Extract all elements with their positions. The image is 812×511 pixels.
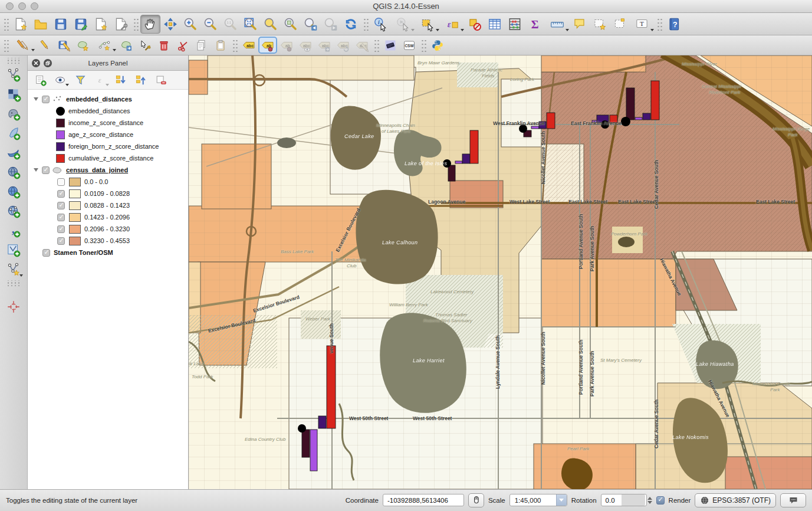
- select-by-expression-button[interactable]: ε: [440, 15, 465, 34]
- legend-item-row[interactable]: 0.2096 - 0.3230: [28, 223, 188, 235]
- node-tool-button[interactable]: [136, 37, 154, 54]
- composer-manager-button[interactable]: [111, 15, 131, 34]
- class-visibility-checkbox[interactable]: [57, 225, 65, 233]
- expand-all-button[interactable]: [112, 72, 130, 89]
- mouse-position-toggle-button[interactable]: [468, 493, 484, 507]
- legend-item-row[interactable]: 0.0828 - 0.1423: [28, 199, 188, 211]
- class-visibility-checkbox[interactable]: [57, 178, 65, 186]
- pan-map-button[interactable]: [140, 15, 160, 34]
- layer-group-row[interactable]: embedded_distances: [28, 93, 188, 105]
- legend-item-row[interactable]: 0.1423 - 0.2096: [28, 211, 188, 223]
- add-circular-string-button[interactable]: [92, 37, 117, 54]
- scale-combobox[interactable]: 1:45,000: [509, 494, 567, 506]
- new-bookmark-button[interactable]: [590, 15, 610, 34]
- add-delimited-text-layer-button[interactable]: ,: [4, 221, 24, 240]
- legend-item-row[interactable]: income_z_score_distance: [28, 117, 188, 129]
- legend-item-row[interactable]: 0.3230 - 0.4553: [28, 235, 188, 247]
- close-window-button[interactable]: [6, 2, 14, 10]
- add-vector-layer-button[interactable]: [4, 65, 24, 84]
- layer-group-row[interactable]: Stamen Toner/OSM: [28, 247, 188, 258]
- class-visibility-checkbox[interactable]: [57, 237, 65, 245]
- panel-float-icon[interactable]: [44, 59, 52, 67]
- zoom-last-button[interactable]: [301, 15, 321, 34]
- legend-item-row[interactable]: age_z_score_distance: [28, 129, 188, 140]
- manage-visibility-button[interactable]: [52, 72, 70, 89]
- new-shapefile-layer-button[interactable]: [4, 260, 24, 279]
- map-canvas[interactable]: Bryn Mawr GardensParade AthleticFieldsLo…: [189, 55, 812, 489]
- layer-visibility-checkbox[interactable]: [42, 96, 50, 103]
- add-group-button[interactable]: [32, 72, 50, 89]
- add-wfs-layer-button[interactable]: [4, 201, 24, 221]
- layer-name[interactable]: census_data_joined: [66, 166, 128, 173]
- class-visibility-checkbox[interactable]: [57, 214, 65, 221]
- new-print-composer-button[interactable]: [91, 15, 111, 34]
- zoom-to-selection-button[interactable]: [261, 15, 281, 34]
- add-oracle-layer-button[interactable]: [4, 162, 24, 182]
- copy-features-button[interactable]: [192, 37, 211, 54]
- layer-visibility-checkbox[interactable]: [42, 166, 50, 174]
- add-raster-layer-button[interactable]: [4, 84, 24, 104]
- statistics-panel-button[interactable]: [505, 15, 525, 34]
- select-features-button[interactable]: [415, 15, 440, 34]
- title-bar[interactable]: QGIS 2.14.0-Essen: [0, 0, 812, 13]
- deselect-all-button[interactable]: [465, 15, 485, 34]
- zoom-full-button[interactable]: [241, 15, 261, 34]
- toggle-editing-button[interactable]: [35, 37, 54, 54]
- legend-item-row[interactable]: embedded_distances: [28, 105, 188, 117]
- plugin-dark-button[interactable]: [381, 37, 400, 54]
- measure-line-button[interactable]: [545, 15, 570, 34]
- add-feature-button[interactable]: [73, 37, 92, 54]
- current-edits-button[interactable]: [11, 37, 35, 54]
- cut-features-button[interactable]: [173, 37, 192, 54]
- zoom-in-button[interactable]: [180, 15, 200, 34]
- layer-name[interactable]: embedded_distances: [66, 96, 132, 103]
- legend-item-row[interactable]: foreign_born_z_score_distance: [28, 140, 188, 152]
- paste-features-button[interactable]: [211, 37, 230, 54]
- add-virtual-layer-button[interactable]: [4, 240, 24, 260]
- expander-icon[interactable]: [34, 168, 38, 172]
- class-visibility-checkbox[interactable]: [57, 190, 65, 198]
- add-wms-layer-button[interactable]: [4, 182, 24, 201]
- render-checkbox[interactable]: [656, 496, 665, 505]
- pin-labels-button[interactable]: ab: [258, 37, 277, 54]
- add-spatialite-layer-button[interactable]: [4, 123, 24, 143]
- open-attribute-table-button[interactable]: [485, 15, 505, 34]
- layer-group-row[interactable]: census_data_joined: [28, 164, 188, 176]
- text-annotation-button[interactable]: T: [630, 15, 655, 34]
- add-postgis-layer-button[interactable]: [4, 104, 24, 123]
- remove-layer-button[interactable]: [152, 72, 170, 89]
- zoom-out-button[interactable]: [200, 15, 221, 34]
- save-layer-edits-button[interactable]: [54, 37, 73, 54]
- zoom-window-button[interactable]: [31, 2, 38, 10]
- save-project-button[interactable]: [51, 15, 71, 34]
- minimize-window-button[interactable]: [18, 2, 26, 10]
- delete-selected-button[interactable]: [154, 37, 173, 54]
- panel-close-icon[interactable]: [32, 59, 40, 67]
- open-project-button[interactable]: [31, 15, 51, 34]
- python-console-button[interactable]: [428, 37, 447, 54]
- collapse-all-button[interactable]: [132, 72, 150, 89]
- layer-labeling-options-button[interactable]: abc: [239, 37, 258, 54]
- legend-item-row[interactable]: cumulative_z_score_distance: [28, 152, 188, 164]
- show-bookmarks-button[interactable]: [610, 15, 630, 34]
- crs-status-button[interactable]: EPSG:3857 (OTF): [695, 493, 776, 507]
- legend-item-row[interactable]: 0.0109 - 0.0828: [28, 188, 188, 199]
- class-visibility-checkbox[interactable]: [57, 202, 65, 209]
- layer-name[interactable]: Stamen Toner/OSM: [54, 249, 113, 256]
- zoom-to-layer-button[interactable]: [281, 15, 301, 34]
- new-project-button[interactable]: [11, 15, 31, 34]
- pan-to-selection-button[interactable]: [160, 15, 180, 34]
- coordinate-capture-button[interactable]: [4, 297, 24, 316]
- save-project-as-button[interactable]: [71, 15, 91, 34]
- move-feature-button[interactable]: [117, 37, 136, 54]
- legend-item-row[interactable]: 0.0 - 0.0: [28, 176, 188, 188]
- filter-legend-button[interactable]: [72, 72, 90, 89]
- show-sum-button[interactable]: Σ: [525, 15, 545, 34]
- layer-visibility-checkbox[interactable]: [42, 249, 50, 257]
- scale-dropdown-icon[interactable]: [556, 494, 567, 506]
- metasearch-csw-button[interactable]: CSW: [400, 37, 419, 54]
- expander-icon[interactable]: [34, 97, 38, 101]
- map-tips-button[interactable]: [570, 15, 590, 34]
- coordinate-input[interactable]: -10392888,5613406: [383, 494, 464, 506]
- rotation-spinner[interactable]: [647, 497, 652, 504]
